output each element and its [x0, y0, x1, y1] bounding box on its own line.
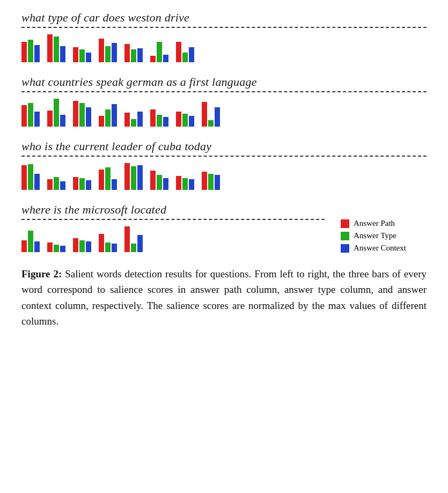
bar-green	[157, 42, 162, 62]
bar-green	[79, 49, 85, 62]
word-bars	[124, 163, 143, 190]
caption-text: Salient words detection results for ques…	[21, 268, 427, 327]
legend-color-blue	[341, 244, 349, 253]
bar-green	[28, 40, 33, 62]
bar-red	[124, 113, 130, 127]
bar-red	[47, 242, 53, 252]
bar-blue	[189, 47, 194, 62]
word-bars	[21, 164, 40, 190]
dashed-line-4	[21, 219, 325, 220]
bar-blue	[60, 46, 65, 62]
word-bars	[73, 47, 91, 62]
bar-blue	[189, 179, 194, 190]
legend-color-green	[341, 232, 349, 240]
word-bars	[202, 172, 220, 190]
bar-red	[124, 44, 130, 62]
word-bars	[99, 104, 117, 127]
query-row-2: what countries speak german as a first l…	[21, 75, 427, 130]
query-title-3: who is the current leader of cuba today	[21, 139, 427, 153]
bar-green	[105, 46, 111, 62]
bar-green	[79, 103, 85, 127]
bar-green	[131, 244, 136, 252]
bar-green	[28, 231, 33, 252]
bar-green	[131, 166, 136, 190]
word-bars	[176, 176, 194, 190]
word-bars	[150, 109, 168, 127]
dashed-line-1	[21, 27, 427, 28]
bar-red	[176, 176, 181, 190]
word-bars	[176, 112, 194, 127]
bar-blue	[112, 179, 117, 190]
word-bars	[150, 171, 168, 190]
bar-red	[73, 177, 78, 190]
word-bars	[99, 39, 117, 62]
bar-green	[131, 119, 136, 127]
bar-blue	[86, 180, 91, 190]
bar-blue	[137, 235, 143, 252]
bar-red	[176, 42, 181, 62]
bars-row-4	[21, 224, 325, 255]
bar-blue	[163, 55, 168, 62]
bar-blue	[34, 174, 40, 190]
query-row-4-with-legend: where is the microsoft located Answer Pa…	[21, 203, 427, 255]
bar-red	[47, 34, 53, 62]
bar-blue	[60, 246, 65, 252]
bar-red	[99, 234, 104, 252]
bar-green	[208, 174, 214, 190]
query-title-4: where is the microsoft located	[21, 203, 325, 217]
word-bars	[202, 102, 220, 127]
bar-blue	[112, 244, 117, 252]
bar-red	[21, 42, 27, 62]
query-title-2: what countries speak german as a first l…	[21, 75, 427, 89]
bar-blue	[86, 53, 91, 62]
word-bars	[73, 238, 91, 252]
word-bars	[124, 44, 143, 62]
bar-blue	[112, 104, 117, 127]
bar-red	[202, 172, 207, 190]
bar-red	[73, 101, 78, 127]
bar-green	[105, 167, 111, 190]
bar-red	[150, 109, 156, 127]
bar-red	[176, 112, 181, 127]
bar-blue	[137, 112, 143, 127]
bar-blue	[34, 112, 40, 127]
bar-green	[182, 114, 188, 127]
word-bars	[73, 101, 91, 127]
query-title-1: what type of car does weston drive	[21, 11, 427, 25]
legend-color-red	[341, 219, 349, 228]
bar-blue	[215, 175, 220, 190]
word-bars	[73, 177, 91, 190]
bar-red	[21, 165, 27, 190]
word-bars	[47, 177, 65, 190]
legend: Answer Path Answer Type Answer Context	[341, 203, 427, 253]
bars-row-1	[21, 32, 427, 65]
word-bars	[47, 242, 65, 252]
word-bars	[47, 34, 65, 62]
bar-red	[21, 105, 27, 127]
bar-red	[124, 226, 130, 252]
bar-blue	[137, 48, 143, 62]
bars-row-2	[21, 97, 427, 130]
bar-red	[99, 170, 104, 190]
bar-green	[54, 245, 59, 252]
bar-blue	[112, 43, 117, 62]
word-bars	[176, 42, 194, 62]
bar-green	[105, 242, 111, 252]
legend-label-green: Answer Type	[354, 231, 396, 240]
word-bars	[21, 231, 40, 252]
bar-green	[157, 115, 162, 127]
bar-green	[54, 36, 59, 62]
bar-green	[79, 178, 85, 190]
word-bars	[124, 112, 143, 127]
query-content-4: where is the microsoft located	[21, 203, 325, 255]
query-row-3: who is the current leader of cuba today	[21, 139, 427, 193]
bar-green	[28, 103, 33, 127]
bar-red	[150, 171, 156, 190]
bar-red	[73, 47, 78, 62]
legend-item-red: Answer Path	[341, 219, 427, 228]
bar-blue	[60, 181, 65, 190]
bar-blue	[60, 115, 65, 127]
word-bars	[47, 99, 65, 127]
word-bars	[124, 226, 143, 252]
word-bars	[21, 40, 40, 62]
